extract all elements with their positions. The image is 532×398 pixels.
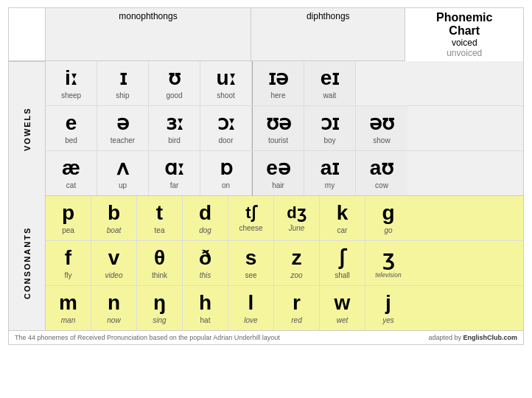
cell-oi: ɔɪ boy	[304, 106, 356, 150]
cell-ei: eɪ wait	[304, 61, 356, 105]
symbol-f: f	[65, 247, 71, 270]
consonant-section: p pea b boat t tea d dog	[46, 196, 523, 330]
cell-dzh: dʒ June	[274, 196, 320, 240]
word-b: boat	[107, 226, 121, 234]
symbol-tsh: tʃ	[245, 204, 256, 222]
cell-ua: ʊə tourist	[253, 106, 304, 150]
word-f: fly	[65, 271, 72, 279]
symbol-eth: ð	[199, 247, 211, 270]
word-dzh: June	[289, 224, 305, 232]
word-z: zoo	[290, 271, 302, 279]
cell-v: v video	[91, 241, 137, 285]
word-k: car	[337, 226, 348, 234]
symbol-e: e	[66, 112, 77, 135]
word-t: tea	[155, 226, 165, 234]
cell-ii: iː sheep	[46, 61, 97, 105]
symbol-ar: ɑː	[164, 157, 184, 180]
word-r: red	[291, 316, 301, 324]
symbol-t: t	[156, 202, 163, 225]
word-h: hat	[200, 316, 211, 324]
symbol-p: p	[62, 202, 74, 225]
symbol-j: j	[385, 292, 391, 315]
symbol-ou: əʊ	[369, 112, 394, 135]
symbol-upsilon: ʊ	[168, 67, 181, 90]
symbol-r: r	[293, 292, 301, 315]
symbol-sh: ʃ	[339, 247, 346, 270]
voiced-label: voiced	[411, 38, 517, 48]
word-ai: my	[325, 181, 335, 189]
cell-r: r red	[274, 286, 320, 330]
word-theta: think	[152, 271, 167, 279]
word-sh: shall	[335, 271, 350, 279]
word-ii: sheep	[61, 91, 81, 100]
cell-z: z zoo	[274, 241, 320, 285]
cell-zh: ʒ television	[365, 241, 411, 285]
vowel-row-1: iː sheep ɪ ship ʊ good uː shoot	[46, 61, 523, 106]
cell-au: aʊ cow	[356, 151, 407, 195]
symbol-or: ɔː	[217, 112, 235, 135]
cell-t: t tea	[137, 196, 183, 240]
symbol-i: ɪ	[119, 67, 127, 90]
cell-sh: ʃ shall	[320, 241, 365, 285]
word-oi: boy	[323, 136, 335, 144]
phoneme-grid: iː sheep ɪ ship ʊ good uː shoot	[46, 61, 523, 330]
cell-g: g go	[365, 196, 411, 240]
word-o: on	[222, 181, 230, 189]
symbol-s: s	[245, 247, 257, 270]
cell-ai: aɪ my	[304, 151, 356, 195]
word-ea: hair	[272, 181, 284, 189]
word-i: ship	[116, 91, 129, 100]
symbol-schwa: ə	[116, 112, 129, 135]
chart-title: PhonemicChart	[411, 11, 517, 38]
symbol-m: m	[59, 292, 77, 315]
word-ua: tourist	[268, 136, 288, 144]
cell-er: ɜː bird	[149, 106, 200, 150]
symbol-g: g	[382, 202, 394, 225]
symbol-z: z	[292, 247, 302, 270]
cell-j: j yes	[365, 286, 411, 330]
word-l: love	[244, 316, 257, 324]
symbol-er: ɜː	[166, 112, 183, 135]
symbol-lambda: ʌ	[116, 157, 129, 180]
word-lambda: up	[119, 181, 127, 189]
footer-left-text: The 44 phonemes of Received Pronunciatio…	[15, 334, 280, 341]
symbol-v: v	[108, 247, 120, 270]
monophthongs-header: monophthongs	[46, 8, 251, 61]
word-uu: shoot	[217, 91, 234, 100]
symbol-b: b	[108, 202, 120, 225]
cell-tsh: tʃ cheese	[228, 196, 274, 240]
word-zh: television	[375, 271, 401, 279]
symbol-ea: eə	[266, 157, 290, 180]
word-p: pea	[62, 226, 74, 234]
word-schwa: teacher	[111, 136, 135, 144]
word-v: video	[105, 271, 123, 279]
word-ae: cat	[66, 181, 76, 189]
symbol-o: ɒ	[220, 157, 233, 180]
vowel-row-3: æ cat ʌ up ɑː far ɒ on	[46, 151, 523, 195]
cell-i: ɪ ship	[97, 61, 149, 105]
cell-f: f fly	[46, 241, 91, 285]
symbol-l: l	[248, 292, 254, 315]
symbol-ng: ŋ	[153, 292, 166, 315]
unvoiced-label: unvoiced	[411, 48, 517, 58]
word-tsh: cheese	[239, 224, 262, 232]
cell-e: e bed	[46, 106, 97, 150]
symbol-theta: θ	[154, 247, 165, 270]
row-label-column: VOWELS CONSONANTS	[9, 61, 46, 330]
word-m: man	[61, 316, 75, 324]
symbol-oi: ɔɪ	[321, 112, 339, 135]
legend-box: PhonemicChart voiced unvoiced	[405, 8, 523, 61]
footer-brand: EnglishClub.com	[463, 334, 517, 341]
symbol-ai: aɪ	[321, 157, 340, 180]
cell-m: m man	[46, 286, 91, 330]
word-or: door	[218, 136, 233, 144]
word-g: go	[384, 226, 392, 234]
cell-ia: ɪə here	[253, 61, 304, 105]
word-au: cow	[375, 181, 388, 189]
symbol-w: w	[335, 292, 351, 315]
chart-header: monophthongs diphthongs PhonemicChart vo…	[9, 8, 523, 61]
word-ia: here	[270, 91, 285, 100]
word-j: yes	[382, 316, 394, 324]
word-n: now	[107, 316, 120, 324]
cell-ng: ŋ sing	[137, 286, 183, 330]
